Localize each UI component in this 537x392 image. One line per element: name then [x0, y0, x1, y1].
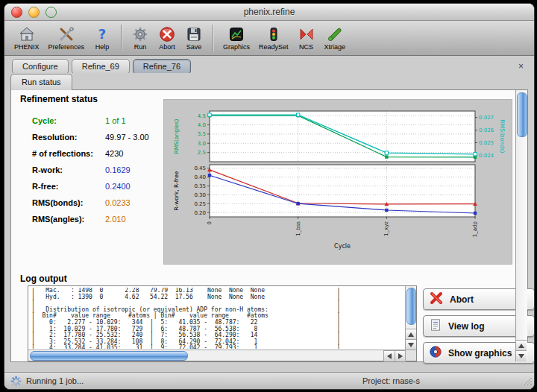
svg-text:0.45: 0.45 — [194, 165, 206, 171]
toolbar-button-abort[interactable]: Abort — [154, 25, 180, 51]
svg-text:2.5: 2.5 — [198, 150, 206, 156]
activity-spinner-icon — [10, 376, 22, 387]
toolbar-label: Help — [95, 43, 110, 51]
log-scroll-right-button[interactable] — [395, 350, 406, 361]
tab-configure[interactable]: Configure — [12, 59, 69, 75]
graphics-icon — [227, 26, 245, 42]
toolbar-separator — [121, 25, 122, 51]
svg-text:1_xyz: 1_xyz — [383, 221, 389, 236]
svg-text:3.0: 3.0 — [198, 141, 206, 147]
toolbar-button-xtriage[interactable]: Xtriage — [321, 25, 350, 51]
status-bar: Running 1 job... Project: rnase-s — [4, 372, 534, 389]
stat-value: 2.010 — [105, 215, 126, 224]
readyset-traffic-light-icon — [265, 26, 283, 42]
stat-value: 0.1629 — [105, 165, 131, 174]
toolbar-button-phenix[interactable]: PHENIX — [10, 25, 43, 51]
save-icon — [185, 26, 203, 42]
svg-text:RMS(angles): RMS(angles) — [173, 118, 180, 154]
show-graphics-icon — [429, 344, 442, 361]
toolbar-label: ReadySet — [259, 43, 289, 51]
toolbar-label: PHENIX — [14, 43, 40, 51]
tab-refine-69[interactable]: Refine_69 — [72, 59, 130, 75]
zoom-window-button[interactable] — [45, 7, 57, 18]
refinement-status-heading: Refinement status — [20, 94, 98, 104]
stat-label: Resolution: — [32, 133, 105, 142]
main-scroll-down-button[interactable] — [516, 350, 527, 361]
toolbar-button-preferences[interactable]: Preferences — [45, 25, 89, 51]
svg-text:0.025: 0.025 — [479, 140, 494, 146]
toolbar-label: Run — [134, 43, 147, 51]
window-title: phenix.refine — [4, 4, 534, 20]
svg-text:?: ? — [98, 26, 106, 42]
stat-value: 0.0233 — [105, 198, 131, 207]
abort-x-icon — [429, 291, 444, 308]
status-message: Running 1 job... — [26, 376, 84, 385]
stat-row-rwork: R-work: 0.1629 — [32, 162, 166, 178]
tab-page-content: Run status Refinement status Cycle: 1 of… — [4, 73, 534, 373]
stat-label: RMS(bonds): — [32, 198, 105, 207]
view-log-button-label: View log — [448, 321, 484, 332]
stat-row-reflections: # of reflections: 4230 — [32, 145, 166, 162]
svg-text:Cycle: Cycle — [334, 243, 351, 250]
toolbar-label: NCS — [299, 43, 313, 51]
action-buttons: Abort View log Show graphics — [423, 288, 524, 369]
project-label: Project: rnase-s — [362, 376, 420, 385]
log-line: | 4: 33.284 - 41.035: 31 | 9: 72.042 - 7… — [31, 345, 404, 349]
resize-grip[interactable] — [523, 376, 533, 388]
close-tab-icon[interactable]: × — [515, 60, 527, 74]
tab-run-status[interactable]: Run status — [10, 74, 72, 90]
preferences-tools-icon — [57, 26, 75, 42]
toolbar-label: Save — [186, 43, 202, 51]
main-vscroll-thumb[interactable] — [517, 92, 527, 137]
log-output-box: | Mac. : 1498 0 2.28 79.79 16.13 None No… — [28, 285, 417, 361]
main-vertical-scrollbar[interactable] — [515, 90, 527, 361]
log-scrollbar-corner — [405, 350, 416, 361]
stat-row-rms-angles: RMS(angles): 2.010 — [32, 211, 166, 227]
toolbar-button-run[interactable]: Run — [128, 25, 153, 51]
stat-label: R-work: — [32, 165, 105, 174]
svg-text:RMS(bonds): RMS(bonds) — [499, 119, 506, 153]
help-icon: ? — [93, 26, 111, 42]
toolbar-label: Abort — [159, 43, 175, 51]
log-scroll-down-button[interactable] — [406, 339, 416, 350]
toolbar-label: Graphics — [223, 43, 250, 51]
log-vertical-scrollbar[interactable] — [405, 286, 416, 350]
toolbar-button-readyset[interactable]: ReadySet — [255, 25, 292, 51]
stat-row-rms-bonds: RMS(bonds): 0.0233 — [32, 195, 166, 211]
svg-text:0.20: 0.20 — [194, 210, 206, 216]
svg-text:3.5: 3.5 — [198, 131, 206, 137]
log-scroll-left-button[interactable] — [383, 350, 395, 361]
log-vscroll-thumb[interactable] — [406, 288, 416, 325]
toolbar: PHENIX Preferences ? Help Run Abort Save… — [4, 21, 534, 56]
toolbar-label: Preferences — [48, 43, 85, 51]
toolbar-separator — [213, 25, 213, 51]
abort-icon — [158, 26, 176, 42]
stat-row-rfree: R-free: 0.2400 — [32, 178, 166, 195]
refinement-chart: 2.53.03.54.04.50.0240.0250.0260.027RMS(a… — [163, 99, 512, 265]
svg-text:0.024: 0.024 — [479, 153, 494, 159]
log-hscroll-thumb[interactable] — [30, 351, 188, 361]
toolbar-button-help[interactable]: ? Help — [90, 25, 115, 51]
phenix-refine-window: phenix.refine PHENIX Preferences ? Help … — [4, 3, 535, 390]
main-scroll-up-button[interactable] — [516, 340, 527, 351]
stat-value: 1 of 1 — [105, 116, 126, 125]
toolbar-button-graphics[interactable]: Graphics — [219, 25, 254, 51]
log-scroll-up-button[interactable] — [406, 329, 416, 340]
phenix-home-icon — [18, 26, 36, 42]
svg-text:0.30: 0.30 — [194, 192, 206, 198]
ncs-icon — [298, 26, 315, 42]
svg-text:0.35: 0.35 — [194, 183, 206, 189]
tab-refine-76[interactable]: Refine_76 — [133, 59, 191, 75]
close-window-button[interactable] — [11, 7, 22, 18]
minimize-window-button[interactable] — [28, 7, 40, 18]
stat-label: R-free: — [32, 182, 105, 191]
abort-button-label: Abort — [450, 294, 474, 305]
toolbar-button-ncs[interactable]: NCS — [294, 25, 319, 51]
toolbar-button-save[interactable]: Save — [181, 25, 207, 51]
svg-text:R-work, R-free: R-work, R-free — [173, 171, 180, 210]
stat-value: 49.97 - 3.00 — [105, 133, 149, 142]
stat-row-cycle: Cycle: 1 of 1 — [32, 113, 166, 129]
stat-label: Cycle: — [32, 116, 105, 125]
log-horizontal-scrollbar[interactable] — [28, 350, 406, 361]
show-graphics-button-label: Show graphics — [448, 348, 512, 358]
